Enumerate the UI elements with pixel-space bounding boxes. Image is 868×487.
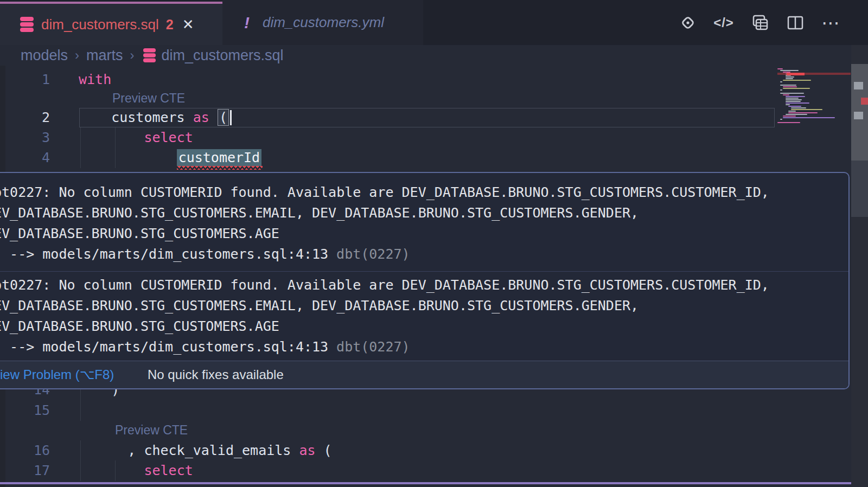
line-number-active: 2 (0, 107, 50, 128)
bottom-accent-rule (0, 482, 868, 484)
code-line-2[interactable]: 2 customers as ( (0, 107, 868, 128)
code-line-3[interactable]: 3 select (0, 127, 868, 148)
problem-text: EV_DATABASE.BRUNO.STG_CUSTOMERS.AGE (0, 223, 848, 244)
breadcrumb: models › marts › dim_customers.sql (0, 45, 868, 66)
code-line-1[interactable]: 1 with (0, 69, 868, 90)
database-icon (20, 16, 34, 33)
chevron-right-icon: › (130, 48, 135, 63)
minimap[interactable] (760, 68, 852, 129)
code-line-16[interactable]: 16 , check_valid_emails as ( (0, 440, 868, 461)
view-problem-link[interactable]: iew Problem (⌥F8) (0, 367, 114, 382)
text-cursor (230, 110, 232, 125)
copy-table-icon[interactable] (749, 12, 770, 34)
problem-code: dbt(0227) (336, 246, 410, 262)
tab-dirty-badge: 2 (166, 17, 174, 33)
problem-text: EV_DATABASE.BRUNO.STG_CUSTOMERS.EMAIL, D… (0, 296, 848, 316)
more-actions-icon[interactable]: ⋯ (820, 12, 842, 34)
split-editor-icon[interactable] (784, 12, 806, 34)
problem-message-2: bt0227: No column CUSTOMERID found. Avai… (0, 271, 848, 361)
dbt-power-user-icon[interactable] (677, 12, 699, 34)
problem-location: --> models/marts/dim_customers.sql:4:13d… (0, 244, 848, 265)
problem-text: EV_DATABASE.BRUNO.STG_CUSTOMERS.AGE (0, 316, 848, 337)
problem-text: bt0227: No column CUSTOMERID found. Avai… (0, 182, 848, 203)
problem-hover-popup: bt0227: No column CUSTOMERID found. Avai… (0, 172, 850, 389)
vscode-window: dim_customers.sql 2 ✕ ! dim_customers.ym… (0, 0, 868, 487)
tab-dim-customers-yml[interactable]: ! dim_customers.yml (222, 0, 423, 45)
database-icon (143, 48, 156, 63)
no-quick-fixes-label: No quick fixes available (148, 367, 284, 382)
line-number: 17 (0, 460, 50, 481)
breadcrumb-marts[interactable]: marts (86, 47, 123, 64)
tab-label: dim_customers.sql (41, 16, 159, 33)
code-icon[interactable]: </> (713, 12, 735, 34)
line-number: 4 (0, 148, 50, 168)
tab-bar: dim_customers.sql 2 ✕ ! dim_customers.ym… (0, 0, 868, 45)
minimap-error-word (787, 73, 805, 75)
line-number: 16 (0, 440, 50, 461)
problem-text: EV_DATABASE.BRUNO.STG_CUSTOMERS.EMAIL, D… (0, 203, 848, 223)
codelens-preview-cte[interactable]: Preview CTE (115, 421, 188, 439)
codelens-preview-cte[interactable]: Preview CTE (112, 89, 185, 107)
line-number: 3 (0, 127, 50, 148)
error-squiggle (177, 166, 263, 170)
popup-status-bar: iew Problem (⌥F8) No quick fixes availab… (0, 361, 848, 388)
close-icon[interactable]: ✕ (182, 16, 194, 33)
indent-guide (80, 400, 81, 421)
code-line-4[interactable]: 4 customerId (0, 148, 868, 168)
problem-text: bt0227: No column CUSTOMERID found. Avai… (0, 275, 848, 296)
line-number: 1 (0, 69, 50, 90)
editor-actions: </> ⋯ (677, 0, 842, 45)
tab-label: dim_customers.yml (263, 14, 384, 31)
scrollbar-thumb-secondary[interactable] (851, 161, 868, 217)
problem-message-1: bt0227: No column CUSTOMERID found. Avai… (0, 173, 848, 271)
chevron-right-icon: › (75, 48, 79, 63)
code-line-17[interactable]: 17 select (0, 460, 868, 481)
problem-code: dbt(0227) (336, 339, 410, 355)
breadcrumb-models[interactable]: models (21, 47, 68, 64)
warning-exclamation-icon: ! (244, 14, 250, 32)
tab-dim-customers-sql[interactable]: dim_customers.sql 2 ✕ (0, 2, 222, 45)
line-number: 15 (0, 400, 50, 421)
minimap-lines (760, 68, 852, 129)
code-line-15[interactable]: 15 (0, 400, 868, 421)
problem-location: --> models/marts/dim_customers.sql:4:13d… (0, 337, 848, 357)
breadcrumb-file[interactable]: dim_customers.sql (162, 47, 284, 64)
